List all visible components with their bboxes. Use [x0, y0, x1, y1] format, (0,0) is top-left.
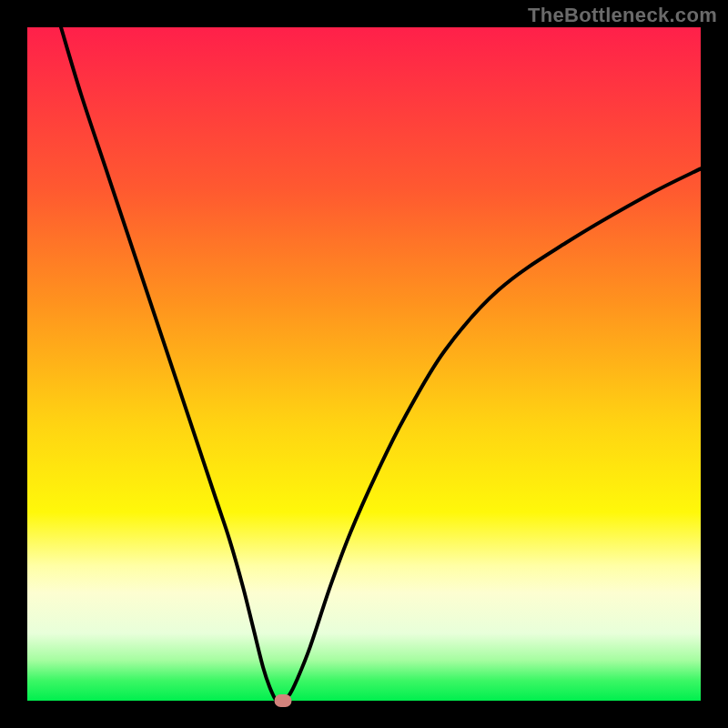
- bottleneck-curve: [27, 27, 701, 701]
- watermark-text: TheBottleneck.com: [528, 4, 717, 27]
- optimal-point-marker: [275, 694, 292, 707]
- chart-area: [27, 27, 701, 701]
